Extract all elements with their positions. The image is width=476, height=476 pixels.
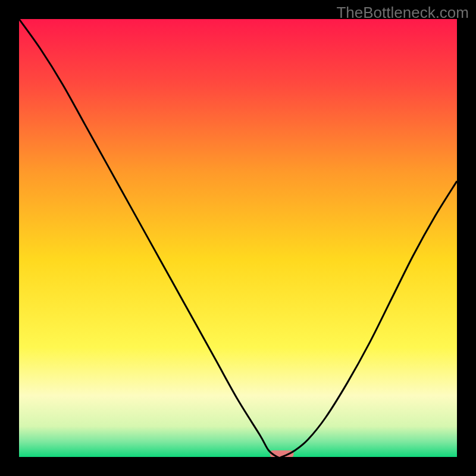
watermark: TheBottleneck.com bbox=[336, 4, 469, 22]
plot-background bbox=[19, 19, 457, 457]
chart-canvas bbox=[19, 19, 457, 457]
